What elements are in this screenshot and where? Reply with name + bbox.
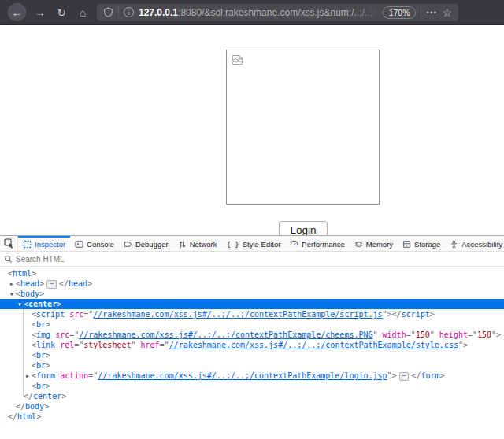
code-token: "> [458, 341, 468, 349]
page-content: Login [0, 26, 504, 236]
broken-image-icon [232, 54, 245, 69]
search-html-input[interactable] [16, 255, 500, 264]
style-editor-icon: { } [227, 241, 239, 249]
tab-storage[interactable]: Storage [398, 236, 445, 251]
markup-row[interactable]: <br> [0, 360, 504, 371]
code-token: </ [411, 371, 421, 380]
markup-row[interactable]: <img src="//rakeshmane.com/xss.js#/..;/.… [0, 330, 504, 340]
code-token: > [87, 279, 92, 288]
bookmark-star-icon[interactable]: ☆ [442, 6, 452, 19]
code-token: > [36, 412, 41, 421]
code-token: body [25, 402, 44, 411]
markup-row[interactable]: ▼<center> [0, 299, 504, 309]
code-token: "> [491, 330, 501, 339]
markup-row[interactable]: ▼<body> [0, 289, 504, 299]
code-token: href [141, 341, 160, 349]
markup-row[interactable]: <br> [0, 350, 504, 360]
code-token: script [36, 310, 65, 319]
markup-row[interactable]: <html> [0, 268, 504, 279]
code-token: action [60, 371, 88, 380]
markup-row[interactable]: ▶<form action="//rakeshmane.com/xss.js#/… [0, 371, 504, 381]
shield-icon[interactable] [103, 7, 113, 18]
code-token: =" [74, 341, 83, 349]
markup-row[interactable]: <br> [0, 381, 504, 391]
attribute-link[interactable]: //rakeshmane.com/xss.js#/..;/..;/context… [169, 341, 458, 349]
zoom-level-badge[interactable]: 170% [383, 6, 417, 19]
markup-row[interactable]: ▶<head>⋯</head> [0, 279, 504, 289]
code-token: > [46, 382, 50, 390]
browser-toolbar: ← → ↻ ⌂ i 127.0.0.1:8080/&sol;rakeshmane… [0, 0, 504, 25]
code-token: > [44, 402, 49, 411]
code-token: > [46, 351, 50, 360]
back-button[interactable]: ← [8, 3, 26, 21]
code-token: form [36, 371, 55, 380]
code-token: > [39, 279, 44, 288]
inspector-icon [23, 240, 32, 249]
code-token: > [32, 269, 36, 278]
tab-label: Inspector [35, 240, 65, 249]
attribute-link[interactable]: //rakeshmane.com/xss.js#/..;/..;/context… [79, 330, 372, 339]
memory-icon [354, 240, 363, 249]
url-bar[interactable]: i 127.0.0.1:8080/&sol;rakeshmane.com/xss… [97, 4, 458, 21]
home-icon: ⌂ [80, 7, 86, 18]
code-token: center [28, 300, 57, 308]
forward-button[interactable]: → [33, 6, 47, 20]
tab-inspector[interactable]: Inspector [18, 236, 70, 251]
markup-row[interactable]: </html> [0, 411, 504, 422]
markup-row[interactable]: <link rel="stylesheet" href="//rakeshman… [0, 340, 504, 350]
page-actions-icon[interactable]: ••• [426, 9, 437, 17]
tab-debugger[interactable]: Debugger [119, 236, 173, 251]
tab-memory[interactable]: Memory [350, 236, 398, 251]
collapsed-ellipsis-badge[interactable]: ⋯ [399, 372, 410, 381]
reload-button[interactable]: ↻ [54, 6, 69, 20]
attribute-link[interactable]: //rakeshmane.com/xss.js#/..;/..;/context… [98, 371, 387, 380]
devtools-panel: Inspector Console Debugger [0, 236, 504, 439]
code-token: form [421, 371, 440, 380]
markup-row[interactable]: <script src="//rakeshmane.com/xss.js#/..… [0, 309, 504, 319]
code-token: center [33, 392, 61, 400]
markup-row[interactable]: <br> [0, 319, 504, 330]
urlbar-divider [118, 6, 119, 18]
tab-style-editor[interactable]: { } Style Editor [222, 236, 286, 251]
code-token: link [36, 341, 55, 349]
tab-network[interactable]: Network [173, 236, 222, 251]
code-token: script [402, 310, 430, 319]
home-button[interactable]: ⌂ [76, 6, 90, 20]
code-token: img [36, 330, 50, 339]
code-token: " [430, 330, 439, 339]
broken-image-box [226, 50, 380, 205]
url-text[interactable]: 127.0.0.1:8080/&sol;rakeshmane.com/xss.j… [139, 7, 378, 18]
attribute-link[interactable]: //rakeshmane.com/xss.js#/..;/..;/context… [93, 310, 382, 319]
code-token: 150 [416, 330, 430, 339]
collapsed-ellipsis-badge[interactable]: ⋯ [46, 280, 57, 289]
code-token: 150 [477, 330, 491, 339]
tab-console[interactable]: Console [70, 236, 119, 251]
login-button[interactable]: Login [279, 221, 328, 236]
tab-label: Console [87, 240, 114, 249]
markup-row[interactable]: </center> [0, 391, 504, 401]
code-token: </ [8, 412, 17, 421]
code-token: " [373, 330, 383, 339]
devtools-search-bar [0, 252, 504, 267]
code-token: > [440, 371, 445, 380]
forward-icon: → [35, 7, 46, 18]
code-token: </ [59, 279, 69, 288]
tab-label: Performance [302, 240, 344, 249]
pick-element-button[interactable] [0, 236, 18, 251]
code-token: =" [160, 341, 169, 349]
code-token: > [57, 300, 61, 308]
url-fade [354, 7, 378, 18]
tab-label: Memory [366, 240, 393, 249]
code-token: " [131, 341, 140, 349]
tab-label: Accessibility [461, 240, 502, 249]
tab-accessibility[interactable]: Accessibility [445, 236, 504, 251]
code-token: > [46, 361, 50, 370]
accessibility-icon [450, 240, 458, 249]
code-token: </ [16, 402, 25, 411]
markup-row[interactable]: </body> [0, 401, 504, 411]
tab-performance[interactable]: Performance [285, 236, 349, 251]
performance-icon [290, 240, 298, 249]
code-token: "></ [383, 310, 402, 319]
site-info-icon[interactable]: i [124, 7, 134, 17]
code-token: =" [88, 371, 98, 380]
